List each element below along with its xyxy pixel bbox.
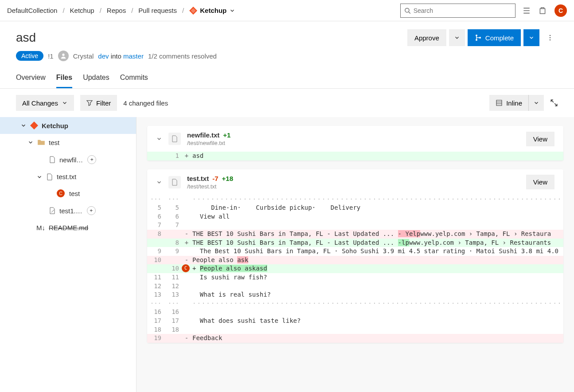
code-content: People also ask xyxy=(191,256,563,265)
tree-file-deleted[interactable]: M↓ README.md xyxy=(0,220,136,236)
tab-commits[interactable]: Commits xyxy=(120,70,148,88)
line-number-old: 13 xyxy=(147,290,165,299)
approve-split-button[interactable] xyxy=(449,29,465,46)
tree-add-badge: + xyxy=(87,206,96,215)
svg-rect-10 xyxy=(496,100,502,106)
tab-overview[interactable]: Overview xyxy=(16,70,46,88)
diff-line-context[interactable]: 1818 xyxy=(147,325,563,334)
fullscreen-icon[interactable] xyxy=(550,99,558,107)
file-path: /test/newfile.txt xyxy=(187,140,520,146)
author-name[interactable]: Crystal xyxy=(73,52,94,60)
search-input[interactable] xyxy=(414,7,512,14)
markdown-icon: M↓ xyxy=(36,224,45,231)
diff-marker: - xyxy=(183,230,191,239)
diff-line-added[interactable]: 8+THE BEST 10 Sushi Bars in Tampa, FL - … xyxy=(147,239,563,247)
tree-file[interactable]: newfil… + xyxy=(0,151,136,169)
approve-button[interactable]: Approve xyxy=(407,29,446,46)
chevron-down-icon xyxy=(36,174,43,180)
line-number-old: 17 xyxy=(147,317,165,325)
inline-view-button[interactable]: Inline xyxy=(489,95,528,111)
code-content xyxy=(191,282,563,291)
diff-line-context[interactable]: 1616 xyxy=(147,308,563,317)
line-number-old: 16 xyxy=(147,308,165,317)
code-content: Is sushi raw fish? xyxy=(191,273,563,282)
svg-point-7 xyxy=(550,37,551,39)
diff-marker: - xyxy=(183,256,191,265)
diff-separator[interactable]: ········································… xyxy=(147,299,563,308)
svg-point-3 xyxy=(476,35,477,36)
source-branch[interactable]: dev xyxy=(98,52,109,60)
tree-root[interactable]: Ketchup xyxy=(0,117,136,134)
svg-point-4 xyxy=(476,39,477,41)
view-file-button[interactable]: View xyxy=(526,175,554,189)
diff-line-context[interactable]: 77 xyxy=(147,221,563,230)
breadcrumb-separator: / xyxy=(131,7,133,14)
target-branch[interactable]: master xyxy=(123,52,144,60)
tree-file[interactable]: test.txt xyxy=(0,169,136,185)
author-avatar[interactable] xyxy=(58,51,69,61)
view-mode-split-button[interactable] xyxy=(528,95,544,111)
svg-point-6 xyxy=(550,35,551,36)
breadcrumb-item[interactable]: Pull requests xyxy=(138,7,177,14)
svg-point-9 xyxy=(62,54,64,56)
line-number-old: 11 xyxy=(147,273,165,282)
user-avatar[interactable]: C xyxy=(554,4,567,17)
inline-icon xyxy=(496,99,503,106)
market-icon[interactable] xyxy=(539,7,547,15)
breadcrumb-item[interactable]: DefaultCollection xyxy=(7,7,57,14)
breadcrumb-item[interactable]: Ketchup xyxy=(70,7,94,14)
folder-icon xyxy=(37,138,45,146)
chevron-down-icon xyxy=(62,100,68,106)
tree-comment-thread[interactable]: C test xyxy=(0,185,136,202)
diff-separator[interactable]: ········································… xyxy=(147,195,563,204)
search-box[interactable] xyxy=(400,4,515,18)
diff-line-deleted[interactable]: 8-THE BEST 10 Sushi Bars in Tampa, FL - … xyxy=(147,230,563,239)
comment-marker-icon[interactable]: C xyxy=(182,264,190,272)
diff-line-context[interactable]: 1717 What does sushi taste like? xyxy=(147,317,563,325)
diff-line-context[interactable]: 66 View all xyxy=(147,212,563,221)
changes-label: All Changes xyxy=(22,99,58,107)
breadcrumb-repo-selector[interactable]: Ketchup xyxy=(189,7,235,15)
tree-file-label: test.txt xyxy=(57,173,76,180)
more-actions-button[interactable] xyxy=(542,29,558,46)
line-number-old: 12 xyxy=(147,282,165,291)
list-icon[interactable] xyxy=(523,7,531,15)
changes-dropdown[interactable]: All Changes xyxy=(16,95,74,111)
complete-button[interactable]: Complete xyxy=(468,29,521,46)
tab-files[interactable]: Files xyxy=(56,70,72,88)
diff-panel[interactable]: newfile.txt +1 /test/newfile.txt View 1 … xyxy=(137,117,574,392)
file-additions: +18 xyxy=(222,175,233,182)
more-vertical-icon xyxy=(547,34,554,41)
file-card: test.txt -7 +18 /test/test.txt View ····… xyxy=(147,169,563,343)
filter-icon xyxy=(86,100,93,106)
complete-split-button[interactable] xyxy=(523,29,539,46)
pr-id: !1 xyxy=(48,52,54,60)
line-number-old xyxy=(147,152,165,161)
diff-line-context[interactable]: 99 The Best 10 Sushi Bars in Tampa, FL ·… xyxy=(147,247,563,256)
view-file-button[interactable]: View xyxy=(526,132,554,146)
breadcrumb-item[interactable]: Repos xyxy=(107,7,126,14)
line-number-new: 17 xyxy=(165,317,183,325)
file-name[interactable]: test.txt xyxy=(187,175,209,182)
merge-icon xyxy=(475,34,482,41)
diff-line-context[interactable]: 55 Dine-in· Curbside pickup· Delivery xyxy=(147,204,563,212)
tree-folder[interactable]: test xyxy=(0,134,136,151)
chevron-down-icon[interactable] xyxy=(156,136,162,142)
tree-comment-label: test xyxy=(69,190,80,197)
diff-line-deleted[interactable]: 19-Feedback xyxy=(147,334,563,343)
diff-line-added[interactable]: 10C+ People also askasd xyxy=(147,264,563,273)
file-name[interactable]: newfile.txt xyxy=(187,131,219,139)
diff-line-context[interactable]: 1313 What is real sushi? xyxy=(147,290,563,299)
filter-button[interactable]: Filter xyxy=(80,95,117,111)
diff-line-added[interactable]: 1 + asd xyxy=(147,152,563,161)
diff-line-context[interactable]: 1212 xyxy=(147,282,563,291)
tab-updates[interactable]: Updates xyxy=(83,70,109,88)
status-badge: Active xyxy=(16,51,43,61)
tree-file[interactable]: test1.… + xyxy=(0,202,136,220)
comments-resolved[interactable]: 1/2 comments resolved xyxy=(148,52,217,60)
diff-line-context[interactable]: 1111 Is sushi raw fish? xyxy=(147,273,563,282)
diff-line-deleted[interactable]: 10-People also ask xyxy=(147,256,563,265)
line-number-old: 7 xyxy=(147,221,165,230)
chevron-down-icon xyxy=(533,100,539,106)
chevron-down-icon[interactable] xyxy=(156,179,162,185)
